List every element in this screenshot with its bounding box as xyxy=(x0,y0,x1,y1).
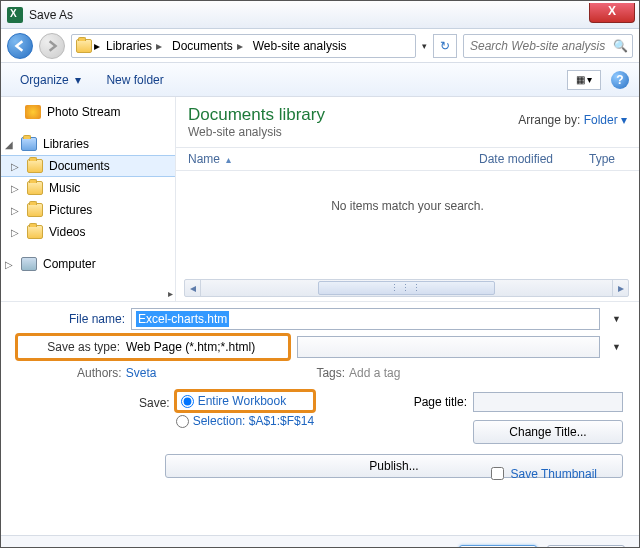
chevron-right-icon: ▷ xyxy=(11,161,21,172)
back-button[interactable] xyxy=(7,33,33,59)
close-button[interactable]: X xyxy=(589,3,635,23)
bottom-bar: ˄ Hide Folders Tools ▾ Save Cancel xyxy=(1,535,639,548)
folder-icon xyxy=(76,39,92,53)
dropdown-icon[interactable]: ▼ xyxy=(612,342,621,352)
toolbar: Organize ▾ New folder ▦ ▾ ? xyxy=(1,63,639,97)
flower-icon xyxy=(25,105,41,119)
breadcrumb-item[interactable]: Documents▸ xyxy=(168,39,247,53)
sidebar: Photo Stream ◢ Libraries ▷ Documents ▷ M… xyxy=(1,97,176,301)
pictures-icon xyxy=(27,203,43,217)
form-area: File name: Excel-charts.htm ▼ Save as ty… xyxy=(1,301,639,535)
sidebar-item-libraries[interactable]: ◢ Libraries xyxy=(1,133,175,155)
breadcrumb[interactable]: ▸ Libraries▸ Documents▸ Web-site analysi… xyxy=(71,34,416,58)
saveas-combo-highlight[interactable]: Web Page (*.htm;*.html) xyxy=(126,336,286,358)
folder-icon xyxy=(27,159,43,173)
authors-value[interactable]: Sveta xyxy=(126,366,157,380)
window-title: Save As xyxy=(29,8,73,22)
sidebar-item-documents[interactable]: ▷ Documents xyxy=(1,155,175,177)
refresh-button[interactable]: ↻ xyxy=(433,34,457,58)
organize-button[interactable]: Organize ▾ xyxy=(11,68,90,92)
arrange-by[interactable]: Arrange by: Folder ▾ xyxy=(518,105,627,139)
videos-icon xyxy=(27,225,43,239)
filename-input[interactable]: Excel-charts.htm xyxy=(131,308,600,330)
computer-icon xyxy=(21,257,37,271)
save-label: Save: xyxy=(139,396,170,410)
search-box[interactable]: 🔍 xyxy=(463,34,633,58)
saveas-label: Save as type: xyxy=(20,340,120,354)
change-title-button[interactable]: Change Title... xyxy=(473,420,623,444)
empty-message: No items match your search. xyxy=(176,171,639,279)
tags-label: Tags: xyxy=(316,366,345,380)
chevron-right-icon: ▷ xyxy=(5,259,15,270)
authors-label: Authors: xyxy=(77,366,122,380)
new-folder-button[interactable]: New folder xyxy=(98,69,171,91)
tags-value[interactable]: Add a tag xyxy=(349,366,400,380)
radio-entire-workbook[interactable]: Entire Workbook xyxy=(181,394,309,408)
excel-icon xyxy=(7,7,23,23)
view-button[interactable]: ▦ ▾ xyxy=(567,70,601,90)
music-icon xyxy=(27,181,43,195)
radio-selection[interactable]: Selection: $A$1:$F$14 xyxy=(176,414,314,428)
forward-button[interactable] xyxy=(39,33,65,59)
file-list-area: Documents library Web-site analysis Arra… xyxy=(176,97,639,301)
libraries-icon xyxy=(21,137,37,151)
sidebar-item-music[interactable]: ▷ Music xyxy=(1,177,175,199)
search-icon: 🔍 xyxy=(613,39,628,53)
column-headers[interactable]: Name ▴ Date modified Type xyxy=(176,147,639,171)
content-heading: Documents library xyxy=(188,105,325,125)
save-thumbnail-checkbox[interactable]: Save Thumbnail xyxy=(487,464,624,483)
nav-row: ▸ Libraries▸ Documents▸ Web-site analysi… xyxy=(1,29,639,63)
save-button[interactable]: Save xyxy=(459,545,537,549)
horizontal-scrollbar[interactable]: ◂ ⋮⋮⋮ ▸ xyxy=(184,279,629,297)
breadcrumb-item[interactable]: Libraries▸ xyxy=(102,39,166,53)
cancel-button[interactable]: Cancel xyxy=(547,545,625,549)
sidebar-item-computer[interactable]: ▷ Computer xyxy=(1,253,175,275)
search-input[interactable] xyxy=(468,38,613,54)
chevron-down-icon: ◢ xyxy=(5,139,15,150)
saveas-combo[interactable] xyxy=(297,336,600,358)
title-bar: Save As X xyxy=(1,1,639,29)
sidebar-item-videos[interactable]: ▷ Videos xyxy=(1,221,175,243)
dropdown-icon[interactable]: ▼ xyxy=(612,314,621,324)
sidebar-scroll-right[interactable]: ▸ xyxy=(168,288,173,299)
help-button[interactable]: ? xyxy=(611,71,629,89)
filename-label: File name: xyxy=(17,312,125,326)
page-title-input[interactable] xyxy=(473,392,623,412)
sidebar-item-pictures[interactable]: ▷ Pictures xyxy=(1,199,175,221)
content-subheading: Web-site analysis xyxy=(188,125,325,139)
breadcrumb-item[interactable]: Web-site analysis xyxy=(249,39,351,53)
sidebar-item-photostream[interactable]: Photo Stream xyxy=(1,101,175,123)
page-title-label: Page title: xyxy=(414,395,467,409)
